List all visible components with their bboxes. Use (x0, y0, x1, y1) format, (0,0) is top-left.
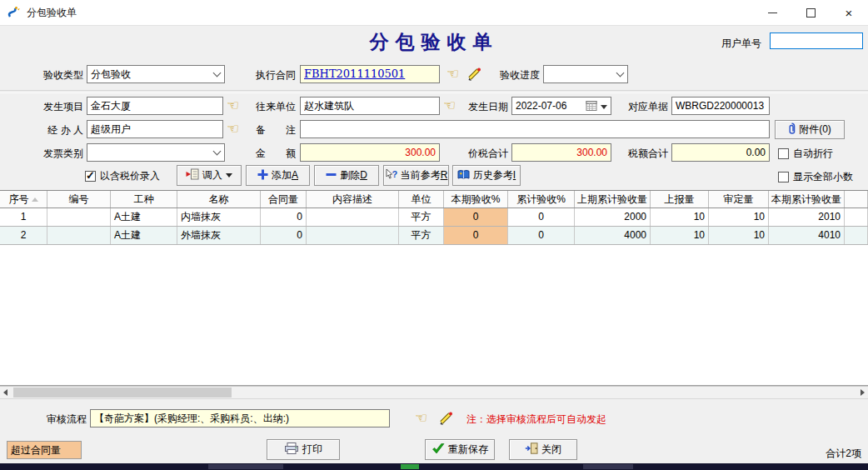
table-row[interactable]: 1A土建内墙抹灰0平方00200010102010 (0, 208, 868, 227)
column-header[interactable]: 审定量 (709, 191, 769, 208)
date-dropdown-icon[interactable] (601, 105, 607, 109)
remark-input[interactable] (300, 120, 770, 138)
table-cell[interactable]: 2 (0, 227, 47, 244)
table-cell[interactable]: 0 (508, 227, 575, 244)
table-cell[interactable] (307, 208, 399, 226)
table-cell[interactable]: 10 (709, 208, 769, 226)
progress-label: 验收进度 (496, 68, 540, 82)
table-cell[interactable]: 10 (651, 227, 709, 244)
title-bar[interactable]: 分包验收单 × (0, 0, 868, 26)
close-button[interactable]: × (830, 0, 868, 25)
maximize-button[interactable] (791, 0, 830, 25)
table-cell[interactable]: 0 (444, 227, 508, 244)
auto-wrap-checkbox[interactable]: 自动折行 (778, 147, 833, 161)
contract-link[interactable]: FBHT2011110501 (304, 68, 405, 80)
current-reference-button[interactable]: ? 当前参考R (383, 165, 449, 186)
tax-total-field[interactable] (671, 143, 770, 162)
scroll-left-icon[interactable] (3, 389, 7, 396)
print-button[interactable]: 打印 (267, 439, 340, 460)
column-header[interactable]: 上报量 (651, 191, 709, 208)
import-button[interactable]: 调入 (177, 165, 242, 186)
ref-doc-input[interactable] (671, 97, 770, 115)
column-header[interactable] (845, 191, 868, 208)
form-header-band: 分包验收单 用户单号 (0, 26, 868, 59)
operator-input[interactable] (87, 120, 223, 138)
column-header[interactable]: 上期累计验收量 (575, 191, 651, 208)
table-cell[interactable]: 平方 (399, 208, 444, 226)
contract-field[interactable]: FBHT2011110501 (300, 65, 440, 83)
minimize-button[interactable] (753, 0, 791, 25)
table-cell[interactable] (845, 208, 868, 226)
partner-picker-hand-icon[interactable]: ☜ (443, 98, 456, 114)
table-cell[interactable] (47, 208, 111, 226)
column-header[interactable]: 名称 (177, 191, 261, 208)
invoice-type-select[interactable] (87, 143, 225, 162)
operator-picker-hand-icon[interactable]: ☜ (227, 121, 239, 138)
table-cell[interactable]: A土建 (111, 208, 177, 226)
delete-row-button[interactable]: 删除D (314, 165, 379, 186)
table-cell[interactable]: 0 (508, 208, 575, 226)
amount-field[interactable] (300, 143, 440, 162)
project-picker-hand-icon[interactable]: ☜ (227, 98, 239, 114)
date-picker[interactable]: 2022-07-06 (511, 97, 611, 115)
table-cell[interactable]: 外墙抹灰 (177, 227, 261, 244)
paperclip-icon (788, 122, 796, 138)
contract-clear-pencil-icon[interactable] (466, 68, 482, 84)
checkbox-box[interactable] (778, 148, 789, 159)
project-input[interactable] (87, 97, 223, 115)
partner-input[interactable] (300, 97, 440, 115)
workflow-field[interactable]: 【奇葩方案】(采购经理:、采购科员:、出纳:) (90, 409, 390, 428)
table-cell[interactable] (307, 227, 399, 244)
table-cell[interactable]: 0 (444, 208, 508, 226)
tax-included-checkbox[interactable]: 以含税价录入 (85, 169, 160, 183)
table-cell[interactable]: 10 (651, 208, 709, 226)
column-header[interactable]: 累计验收% (508, 191, 575, 208)
workflow-picker-hand-icon[interactable]: ☜ (415, 410, 427, 427)
table-cell[interactable]: 2010 (769, 208, 845, 226)
column-header[interactable]: 本期验收% (444, 191, 508, 208)
column-header[interactable]: 序号 (0, 191, 47, 208)
table-cell[interactable]: 0 (261, 208, 307, 226)
tax-total-label: 税额合计 (625, 147, 668, 161)
svg-text:?: ? (392, 169, 397, 179)
table-cell[interactable] (845, 227, 868, 244)
column-header[interactable]: 本期累计验收量 (769, 191, 845, 208)
column-header[interactable]: 合同量 (261, 191, 307, 208)
contract-picker-hand-icon[interactable]: ☜ (446, 66, 459, 82)
calendar-icon[interactable] (586, 100, 597, 117)
total-with-tax-field[interactable] (511, 143, 611, 162)
checkbox-box[interactable] (85, 171, 96, 182)
table-cell[interactable]: 10 (709, 227, 769, 244)
table-cell[interactable]: 4000 (575, 227, 651, 244)
save-button[interactable]: 重新保存 (425, 439, 495, 460)
attachment-button[interactable]: 附件(0) (775, 120, 845, 139)
scroll-right-icon[interactable] (861, 389, 865, 396)
table-cell[interactable] (47, 227, 111, 244)
column-header[interactable]: 编号 (47, 191, 111, 208)
table-row[interactable]: 2A土建外墙抹灰0平方00400010104010 (0, 227, 868, 245)
horizontal-scrollbar[interactable] (0, 386, 868, 398)
progress-select[interactable] (543, 65, 628, 83)
column-header[interactable]: 工种 (111, 191, 177, 208)
close-form-button[interactable]: 关闭 (509, 439, 577, 460)
table-cell[interactable]: 1 (0, 208, 47, 226)
close-icon: × (846, 7, 853, 19)
show-decimals-checkbox[interactable]: 显示全部小数 (778, 170, 853, 184)
table-cell[interactable]: 0 (261, 227, 307, 244)
table-cell[interactable]: 平方 (399, 227, 444, 244)
table-cell[interactable]: 4010 (769, 227, 845, 244)
table-cell[interactable]: 2000 (575, 208, 651, 226)
table-cell[interactable]: 内墙抹灰 (177, 208, 261, 226)
column-header[interactable]: 单位 (399, 191, 444, 208)
workflow-clear-pencil-icon[interactable] (438, 412, 454, 428)
checkbox-box[interactable] (778, 172, 789, 182)
partner-label: 往来单位 (246, 100, 296, 114)
scrollbar-thumb[interactable] (13, 388, 232, 398)
add-row-button[interactable]: 添加A (246, 165, 310, 186)
user-no-input[interactable] (770, 32, 863, 49)
history-reference-button[interactable]: 历史参考I (452, 165, 521, 186)
table-cell[interactable]: A土建 (111, 227, 177, 244)
ref-doc-label: 对应单据 (623, 100, 668, 114)
column-header[interactable]: 内容描述 (307, 191, 399, 208)
accept-type-select[interactable]: 分包验收 (87, 65, 225, 83)
